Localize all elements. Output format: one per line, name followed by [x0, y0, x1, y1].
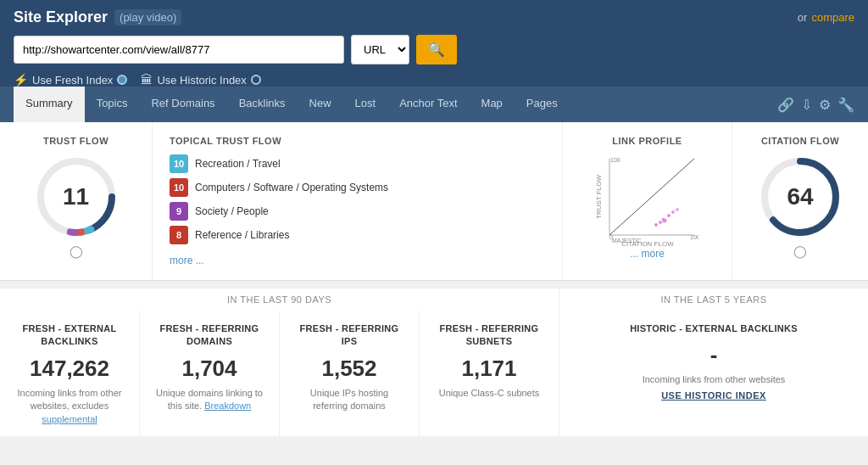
breakdown-link[interactable]: Breakdown — [204, 401, 251, 411]
stat-title-historic: HISTORIC - EXTERNAL BACKLINKS — [573, 322, 854, 335]
svg-point-15 — [659, 221, 662, 224]
historic-icon: 🏛 — [141, 73, 153, 87]
topical-row-1: 10 Computers / Software / Operating Syst… — [170, 178, 545, 197]
tab-lost[interactable]: Lost — [343, 87, 388, 122]
svg-text:100: 100 — [690, 234, 698, 240]
stat-title-1: FRESH - REFERRING DOMAINS — [153, 322, 265, 349]
svg-point-14 — [667, 214, 670, 217]
stat-desc-1: Unique domains linking to this site. Bre… — [153, 387, 265, 413]
svg-point-17 — [654, 223, 658, 227]
trust-flow-info: ◯ — [17, 244, 135, 258]
share-icon[interactable]: 🔗 — [777, 97, 794, 113]
svg-text:MAJESTIC: MAJESTIC — [612, 238, 642, 244]
settings-icon[interactable]: ⚙ — [819, 97, 831, 113]
fresh-index-option[interactable]: ⚡ Use Fresh Index — [14, 73, 127, 87]
search-icon: 🔍 — [428, 42, 445, 57]
index-bar: ⚡ Use Fresh Index 🏛 Use Historic Index — [14, 73, 854, 87]
title-text: Site Explorer — [14, 8, 108, 26]
link-profile-section: LINK PROFILE CITATION FLOW TRUST FLOW 0 … — [563, 122, 732, 280]
topical-more-link[interactable]: more ... — [170, 255, 204, 266]
tabs: Summary Topics Ref Domains Backlinks New… — [14, 87, 570, 122]
link-profile-label: LINK PROFILE — [580, 136, 715, 146]
stat-col-1: FRESH - REFERRING DOMAINS 1,704 Unique d… — [140, 311, 280, 436]
url-input[interactable] — [14, 36, 344, 64]
historic-index-radio[interactable] — [251, 75, 261, 85]
tools-icon[interactable]: 🔧 — [837, 97, 854, 113]
trust-flow-label: TRUST FLOW — [17, 136, 135, 146]
stat-value-3: 1,171 — [433, 356, 545, 382]
stat-desc-3: Unique Class-C subnets — [433, 387, 545, 400]
header: Site Explorer (play video) or compare UR… — [0, 0, 868, 87]
stat-desc-2: Unique IPs hosting referring domains — [293, 387, 405, 413]
compare-section: or compare — [798, 11, 854, 24]
main-content: TRUST FLOW 11 ◯ — [0, 122, 868, 436]
topical-row-2: 9 Society / People — [170, 202, 545, 221]
topical-trust-flow-label: TOPICAL TRUST FLOW — [170, 136, 545, 146]
topical-badge-1: 10 — [170, 178, 188, 197]
tab-icons: 🔗 ⇩ ⚙ 🔧 — [777, 97, 854, 113]
fresh-index-radio[interactable] — [117, 75, 127, 85]
topical-label-2: Society / People — [195, 205, 269, 217]
stat-col-2: FRESH - REFERRING IPS 1,552 Unique IPs h… — [280, 311, 420, 436]
search-button[interactable]: 🔍 — [416, 35, 457, 64]
play-video-link[interactable]: (play video) — [114, 9, 181, 25]
trust-flow-section: TRUST FLOW 11 ◯ — [0, 122, 153, 280]
header-top: Site Explorer (play video) or compare — [14, 8, 854, 26]
trust-flow-info-icon[interactable]: ◯ — [70, 244, 83, 258]
download-icon[interactable]: ⇩ — [801, 97, 812, 113]
citation-flow-section: CITATION FLOW 64 ◯ — [732, 122, 868, 280]
svg-point-19 — [676, 208, 679, 211]
topical-row-3: 8 Reference / Libraries — [170, 226, 545, 244]
stat-value-1: 1,704 — [153, 356, 265, 382]
stat-desc-historic: Incoming links from other websites — [573, 373, 854, 386]
svg-point-16 — [671, 210, 675, 214]
tab-topics[interactable]: Topics — [85, 87, 140, 122]
tab-ref-domains[interactable]: Ref Domains — [139, 87, 226, 122]
stat-title-0: FRESH - EXTERNAL BACKLINKS — [14, 322, 125, 349]
stat-col-historic: HISTORIC - EXTERNAL BACKLINKS - Incoming… — [559, 311, 868, 436]
stats-cols: FRESH - EXTERNAL BACKLINKS 147,262 Incom… — [0, 311, 868, 436]
svg-line-7 — [609, 159, 694, 235]
historic-index-label: Use Historic Index — [157, 74, 246, 87]
stat-desc-0: Incoming links from other websites, excl… — [14, 387, 125, 426]
topical-badge-2: 9 — [170, 202, 188, 221]
url-type-select[interactable]: URL — [351, 35, 409, 64]
fresh-index-label: Use Fresh Index — [32, 74, 113, 87]
app-wrapper: Site Explorer (play video) or compare UR… — [0, 0, 868, 436]
stats-90days-header: IN THE LAST 90 DAYS — [0, 288, 559, 311]
citation-flow-gauge: 64 — [758, 154, 843, 239]
svg-text:TRUST FLOW: TRUST FLOW — [597, 175, 603, 219]
citation-flow-value: 64 — [787, 183, 813, 210]
search-bar: URL 🔍 — [14, 35, 854, 64]
lightning-icon: ⚡ — [14, 73, 28, 87]
stat-title-3: FRESH - REFERRING SUBNETS — [433, 322, 545, 349]
compare-link[interactable]: compare — [811, 11, 854, 24]
stat-col-3: FRESH - REFERRING SUBNETS 1,171 Unique C… — [420, 311, 559, 436]
tab-backlinks[interactable]: Backlinks — [227, 87, 298, 122]
topical-row-0: 10 Recreation / Travel — [170, 154, 545, 173]
metrics-top: TRUST FLOW 11 ◯ — [0, 122, 868, 281]
tab-anchor-text[interactable]: Anchor Text — [387, 87, 469, 122]
tab-pages[interactable]: Pages — [515, 87, 570, 122]
tab-summary[interactable]: Summary — [14, 87, 85, 122]
historic-index-option[interactable]: 🏛 Use Historic Index — [141, 73, 260, 87]
stats-5years-header: IN THE LAST 5 YEARS — [559, 288, 868, 311]
use-historic-index-button[interactable]: USE HISTORIC INDEX — [573, 390, 854, 401]
link-profile-chart: CITATION FLOW TRUST FLOW 0 100 100 — [597, 154, 698, 248]
stat-title-2: FRESH - REFERRING IPS — [293, 322, 405, 349]
citation-flow-label: CITATION FLOW — [749, 136, 851, 146]
link-profile-more[interactable]: ... more — [580, 248, 715, 260]
stats-headers: IN THE LAST 90 DAYS IN THE LAST 5 YEARS — [0, 288, 868, 311]
topical-label-1: Computers / Software / Operating Systems — [195, 182, 388, 193]
svg-point-18 — [661, 218, 664, 221]
citation-flow-info-icon[interactable]: ◯ — [793, 244, 807, 258]
tab-map[interactable]: Map — [470, 87, 515, 122]
site-explorer-title: Site Explorer (play video) — [14, 8, 181, 26]
trust-flow-gauge: 11 — [34, 154, 119, 239]
topical-label-0: Recreation / Travel — [195, 158, 281, 170]
supplemental-link[interactable]: supplemental — [42, 414, 97, 424]
svg-text:100: 100 — [610, 157, 620, 163]
citation-flow-info: ◯ — [749, 244, 851, 258]
topical-trust-flow-section: TOPICAL TRUST FLOW 10 Recreation / Trave… — [153, 122, 563, 280]
tab-new[interactable]: New — [298, 87, 343, 122]
